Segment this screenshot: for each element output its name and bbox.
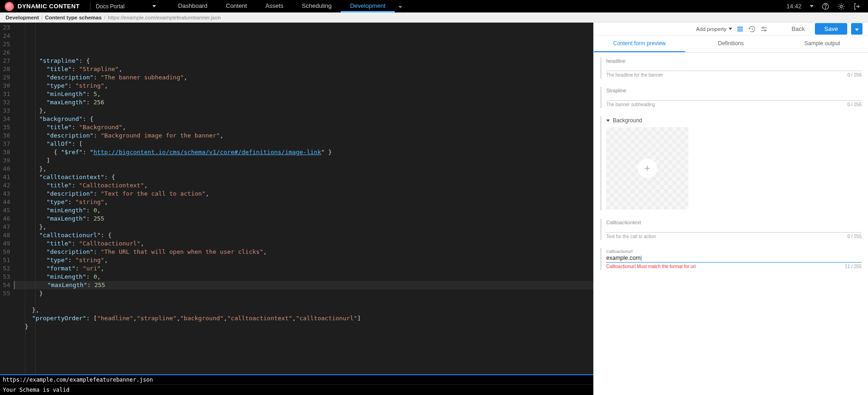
status-message: Your Schema is valid xyxy=(0,384,593,395)
logout-icon[interactable] xyxy=(853,3,861,10)
docs-portal-dropdown[interactable]: Docs Portal xyxy=(96,3,156,10)
strapline-input[interactable] xyxy=(606,94,862,101)
logo-icon xyxy=(5,2,14,11)
save-button[interactable]: Save xyxy=(815,23,847,35)
status-bars: https://example.com/examplefeaturebanner… xyxy=(0,374,593,395)
status-path: https://example.com/examplefeaturebanner… xyxy=(0,374,593,384)
breadcrumb-sep: / xyxy=(41,15,42,20)
nav-content[interactable]: Content xyxy=(217,0,256,12)
field-desc: Text for the call to action xyxy=(606,234,656,239)
svg-point-2 xyxy=(840,5,843,7)
nav-assets[interactable]: Assets xyxy=(256,0,293,12)
chevron-down-icon xyxy=(398,6,402,8)
ctatext-input[interactable] xyxy=(606,226,862,233)
divider xyxy=(90,3,90,10)
indent-guide xyxy=(25,23,25,374)
indent-guide xyxy=(35,23,36,374)
history-icon[interactable] xyxy=(748,25,756,33)
svg-point-6 xyxy=(763,27,764,28)
background-upload-area[interactable]: + xyxy=(606,127,688,209)
form-preview: headline The headline for the banner 0 /… xyxy=(594,53,868,395)
back-button[interactable]: Back xyxy=(785,23,811,35)
save-dropdown[interactable] xyxy=(851,23,862,35)
help-icon[interactable] xyxy=(822,3,829,10)
top-header: DYNAMIC CONTENT Docs Portal Dashboard Co… xyxy=(0,0,868,12)
breadcrumb-schemas[interactable]: Content type schemas xyxy=(45,15,102,20)
svg-rect-4 xyxy=(737,29,743,30)
main-layout: 2324252627282930313233343536373839404142… xyxy=(0,23,868,395)
chevron-down-icon xyxy=(152,5,156,7)
brand-name: DYNAMIC CONTENT xyxy=(18,3,80,10)
breadcrumb-url: https://example.com/examplefeaturebanner… xyxy=(108,15,221,20)
plus-icon: + xyxy=(638,159,657,178)
tab-sample-output[interactable]: Sample output xyxy=(777,36,868,52)
field-count: 0 / 256 xyxy=(847,72,862,78)
editor-pane: 2324252627282930313233343536373839404142… xyxy=(0,23,593,395)
headline-input[interactable] xyxy=(606,65,862,71)
svg-point-7 xyxy=(765,30,766,31)
nav-scheduling[interactable]: Scheduling xyxy=(293,0,341,12)
field-label: Calltoactiontext xyxy=(606,220,862,225)
tab-definitions[interactable]: Definitions xyxy=(685,36,777,52)
field-label: Strapline xyxy=(606,88,862,93)
chevron-down-icon xyxy=(606,120,610,122)
breadcrumb-sep: / xyxy=(104,15,105,20)
gear-icon[interactable] xyxy=(838,3,845,10)
nav-dashboard[interactable]: Dashboard xyxy=(169,0,217,12)
field-headline: headline The headline for the banner 0 /… xyxy=(600,57,862,78)
nav-tabs: Dashboard Content Assets Scheduling Deve… xyxy=(169,0,406,12)
pane-resize-handle[interactable] xyxy=(591,189,593,208)
right-pane: Add property Back Save Content form prev… xyxy=(593,23,868,395)
field-strapline: Strapline The banner subheading 0 / 256 xyxy=(600,87,862,108)
line-numbers-gutter: 2324252627282930313233343536373839404142… xyxy=(0,23,14,374)
chevron-down-icon xyxy=(729,28,732,30)
nav-development[interactable]: Development xyxy=(341,0,395,12)
code-editor[interactable]: 2324252627282930313233343536373839404142… xyxy=(0,23,593,374)
list-view-icon[interactable] xyxy=(736,25,744,33)
field-calltoactionurl: Calltoactionurl example.com Calltoaction… xyxy=(600,248,862,270)
docs-portal-label: Docs Portal xyxy=(96,3,125,10)
add-property-dropdown[interactable]: Add property xyxy=(696,26,733,32)
field-error: Calltoactionurl Must match the format fo… xyxy=(606,264,696,269)
background-collapse-toggle[interactable]: Background xyxy=(606,117,862,124)
svg-point-1 xyxy=(826,8,826,8)
header-right: 14:42 xyxy=(786,3,868,10)
right-toolbar: Add property Back Save xyxy=(594,23,868,36)
logo-area[interactable]: DYNAMIC CONTENT xyxy=(0,2,84,11)
tab-content-form-preview[interactable]: Content form preview xyxy=(594,36,685,52)
svg-rect-5 xyxy=(737,30,743,31)
add-property-label: Add property xyxy=(696,26,727,32)
field-background: Background + xyxy=(600,116,862,210)
svg-rect-3 xyxy=(737,27,743,28)
field-count: 0 / 256 xyxy=(847,102,862,107)
field-count: 11 / 255 xyxy=(845,264,862,269)
time-display: 14:42 xyxy=(786,3,802,10)
breadcrumb: Development / Content type schemas / htt… xyxy=(0,12,868,23)
field-desc: The banner subheading xyxy=(606,102,655,107)
field-label: headline xyxy=(606,58,862,64)
settings-sliders-icon[interactable] xyxy=(760,25,768,33)
field-label: Calltoactionurl xyxy=(606,249,862,254)
field-calltoactiontext: Calltoactiontext Text for the call to ac… xyxy=(600,219,862,240)
background-label: Background xyxy=(613,117,642,124)
time-dropdown-icon[interactable] xyxy=(810,5,814,7)
right-tabs: Content form preview Definitions Sample … xyxy=(594,36,868,53)
chevron-down-icon xyxy=(855,29,859,31)
ctaurl-input[interactable]: example.com xyxy=(606,255,862,263)
breadcrumb-dev[interactable]: Development xyxy=(6,15,39,20)
field-desc: The headline for the banner xyxy=(606,72,663,78)
field-count: 0 / 255 xyxy=(847,234,862,239)
nav-more-dropdown[interactable] xyxy=(395,3,406,10)
code-area[interactable]: "strapline": { "title": "Strapline", "de… xyxy=(14,23,593,374)
